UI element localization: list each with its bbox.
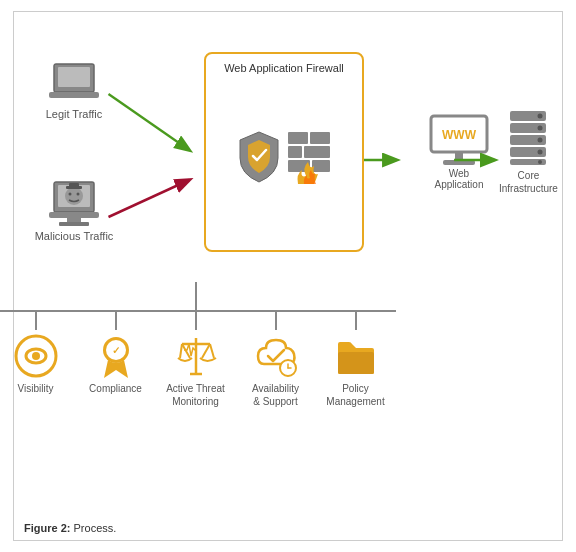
svg-point-30 — [538, 126, 543, 131]
bottom-availability: Availability& Support — [236, 312, 316, 408]
cloud-check-icon — [254, 334, 298, 378]
svg-point-9 — [65, 187, 83, 205]
web-app-wrapper: WWW Web Application — [429, 114, 489, 190]
svg-rect-17 — [288, 132, 308, 144]
svg-point-39 — [32, 352, 40, 360]
tick-policy — [355, 312, 357, 330]
svg-rect-54 — [338, 352, 374, 374]
tick-compliance — [115, 312, 117, 330]
svg-point-10 — [69, 193, 72, 196]
svg-point-11 — [77, 193, 80, 196]
legit-label: Legit Traffic — [46, 108, 103, 120]
web-app-label: Web Application — [429, 168, 489, 190]
svg-point-28 — [538, 114, 543, 119]
svg-rect-13 — [69, 183, 79, 187]
visibility-icon-wrapper — [14, 334, 58, 378]
svg-rect-18 — [310, 132, 330, 144]
monitor-icon: WWW — [429, 114, 489, 166]
cloud-check-icon-wrapper — [254, 334, 298, 378]
bottom-active-threat: Active ThreatMonitoring — [156, 312, 236, 408]
policy-label: PolicyManagement — [326, 382, 384, 408]
compliance-label: Compliance — [89, 382, 142, 395]
bottom-section: Visibility ✓ Compliance — [24, 282, 552, 408]
svg-point-34 — [538, 150, 543, 155]
svg-rect-25 — [455, 152, 463, 160]
bottom-policy: PolicyManagement — [316, 312, 396, 408]
svg-line-45 — [180, 344, 182, 358]
legit-traffic-item: Legit Traffic — [46, 62, 103, 120]
waf-wrapper: Web Application Firewall — [204, 52, 364, 252]
availability-label: Availability& Support — [252, 382, 299, 408]
waf-title: Web Application Firewall — [206, 62, 362, 74]
svg-rect-26 — [443, 160, 475, 165]
svg-rect-14 — [49, 212, 99, 218]
caption: Figure 2: Process. — [24, 522, 116, 534]
bottom-compliance: ✓ Compliance — [76, 312, 156, 408]
svg-text:✓: ✓ — [112, 345, 120, 356]
caption-label: Figure 2: — [24, 522, 70, 534]
folder-icon — [334, 334, 378, 378]
core-infra-wrapper: CoreInfrastructure — [499, 109, 558, 195]
waf-box: Web Application Firewall — [204, 52, 364, 252]
scales-icon — [174, 334, 218, 378]
badge-icon: ✓ — [94, 334, 138, 378]
scales-icon-wrapper — [174, 334, 218, 378]
svg-rect-16 — [59, 222, 89, 226]
vertical-connector — [195, 282, 197, 310]
svg-rect-22 — [312, 160, 330, 172]
compliance-icon-wrapper: ✓ — [94, 334, 138, 378]
firewall-icon — [288, 130, 332, 184]
caption-text: Process. — [70, 522, 116, 534]
svg-text:WWW: WWW — [442, 128, 477, 142]
svg-line-47 — [202, 344, 210, 358]
svg-rect-20 — [304, 146, 330, 158]
active-threat-label: Active ThreatMonitoring — [166, 382, 225, 408]
svg-line-48 — [210, 344, 214, 358]
folder-icon-wrapper — [334, 334, 378, 378]
tick-availability — [275, 312, 277, 330]
svg-point-36 — [538, 160, 542, 164]
laptop-icon — [49, 62, 99, 104]
bottom-visibility: Visibility — [0, 312, 76, 408]
top-layout: Legit Traffic — [24, 32, 552, 272]
core-label: CoreInfrastructure — [499, 169, 558, 195]
waf-icons — [236, 130, 332, 184]
malicious-label: Malicious Traffic — [35, 230, 114, 242]
left-column: Legit Traffic — [24, 32, 124, 272]
svg-rect-5 — [58, 67, 90, 87]
svg-rect-15 — [67, 218, 81, 222]
svg-point-32 — [538, 138, 543, 143]
malicious-traffic-item: Malicious Traffic — [35, 180, 114, 242]
svg-rect-19 — [288, 146, 302, 158]
shield-icon — [236, 130, 282, 184]
hacker-icon — [49, 180, 99, 226]
tick-active-threat — [195, 312, 197, 330]
svg-rect-6 — [49, 92, 99, 98]
server-icon — [508, 109, 548, 167]
visibility-label: Visibility — [18, 382, 54, 395]
eye-icon — [14, 334, 58, 378]
tick-visibility — [35, 312, 37, 330]
ticks-row: Visibility ✓ Compliance — [0, 312, 396, 408]
diagram-container: Legit Traffic — [13, 11, 563, 541]
